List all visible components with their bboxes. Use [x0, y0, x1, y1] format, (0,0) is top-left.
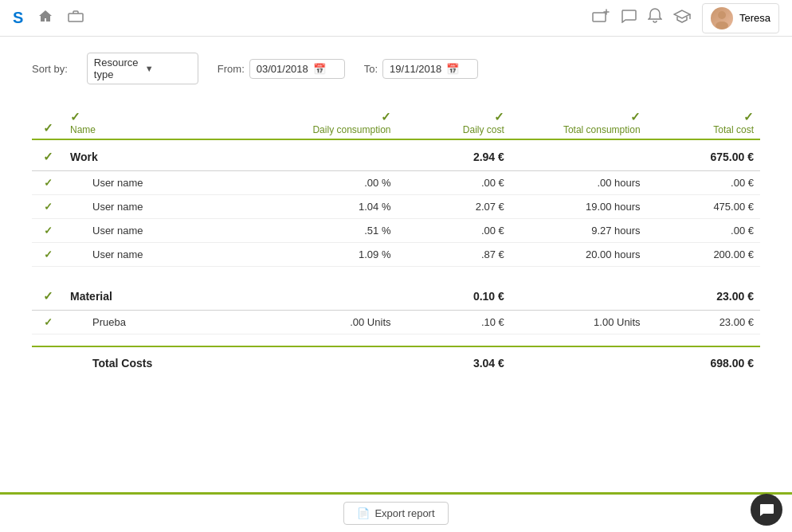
total-daily-consumption-cell — [268, 346, 397, 379]
sub-daily-cost-cell: .00 € — [398, 219, 511, 243]
group-check-cell: ✓ — [32, 139, 64, 171]
group-daily-cost-cell: 2.94 € — [398, 139, 511, 171]
svg-point-3 — [718, 11, 726, 19]
skype-icon[interactable]: S — [13, 9, 23, 27]
svg-rect-1 — [593, 13, 606, 22]
group-total-cost-cell: 675.00 € — [647, 139, 760, 171]
total-daily-cost-cell: 3.04 € — [398, 346, 511, 379]
export-icon: 📄 — [357, 507, 370, 519]
sub-daily-cost-cell: 2.07 € — [398, 195, 511, 219]
sort-by-label: Sort by: — [32, 63, 68, 75]
sub-check-cell: ✓ — [32, 219, 64, 243]
sort-by-select[interactable]: Resource type ▼ — [87, 53, 198, 84]
sub-name-cell: User name — [64, 195, 268, 219]
sub-daily-consumption-cell: .00 Units — [268, 310, 397, 334]
export-report-button[interactable]: 📄 Export report — [343, 502, 448, 525]
nav-right: Teresa — [592, 3, 779, 33]
user-menu-button[interactable]: Teresa — [702, 3, 779, 33]
spacer-row — [32, 267, 760, 280]
table-row: ✓ User name 1.04 % 2.07 € 19.00 hours 47… — [32, 195, 760, 219]
bell-icon[interactable] — [648, 8, 662, 28]
group-total-consumption-cell — [511, 139, 647, 171]
sub-total-consumption-cell: 20.00 hours — [511, 243, 647, 267]
total-row: Total Costs 3.04 € 698.00 € — [32, 346, 760, 379]
cost-table: ✓ ✓ Name ✓ Daily consumption ✓ Daily cos… — [32, 107, 760, 379]
sub-name-cell: User name — [64, 243, 268, 267]
sub-daily-cost-cell: .10 € — [398, 310, 511, 334]
svg-rect-0 — [69, 14, 83, 22]
table-row: ✓ Prueba .00 Units .10 € 1.00 Units 23.0… — [32, 310, 760, 334]
table-header-row: ✓ ✓ Name ✓ Daily consumption ✓ Daily cos… — [32, 107, 760, 139]
total-cost-col-header: ✓ Total cost — [647, 107, 760, 139]
top-navigation: S Teresa — [0, 0, 792, 37]
main-content: Sort by: Resource type ▼ From: 03/01/201… — [0, 37, 792, 395]
chat-icon[interactable] — [621, 9, 637, 27]
group-row-work: ✓ Work 2.94 € 675.00 € — [32, 139, 760, 171]
total-consumption-col-header: ✓ Total consumption — [511, 107, 647, 139]
sub-check-icon: ✓ — [44, 201, 53, 213]
sub-total-cost-cell: .00 € — [647, 171, 760, 195]
table-row: ✓ User name 1.09 % .87 € 20.00 hours 200… — [32, 243, 760, 267]
graduation-cap-icon[interactable] — [673, 9, 691, 27]
user-name-label: Teresa — [739, 12, 770, 24]
to-calendar-icon[interactable]: 📅 — [446, 63, 471, 75]
sub-total-cost-cell: 475.00 € — [647, 195, 760, 219]
briefcase-icon[interactable] — [68, 10, 84, 26]
table-row: ✓ User name .00 % .00 € .00 hours .00 € — [32, 171, 760, 195]
to-date-input[interactable]: 19/11/2018 📅 — [382, 59, 478, 79]
svg-point-4 — [716, 22, 728, 29]
group-check-icon: ✓ — [43, 150, 53, 163]
group-check-cell: ✓ — [32, 280, 64, 311]
sub-total-cost-cell: .00 € — [647, 219, 760, 243]
home-icon[interactable] — [37, 9, 53, 27]
bottom-bar: 📄 Export report — [0, 492, 792, 532]
chat-bubble-button[interactable] — [751, 494, 782, 526]
add-resource-icon[interactable] — [592, 9, 610, 27]
sub-total-consumption-cell: 1.00 Units — [511, 310, 647, 334]
table-row: ✓ User name .51 % .00 € 9.27 hours .00 € — [32, 219, 760, 243]
nav-left: S — [13, 9, 84, 27]
sub-check-icon: ✓ — [44, 248, 53, 260]
spacer-row — [32, 334, 760, 346]
total-cost-cell: 698.00 € — [647, 346, 760, 379]
group-total-consumption-cell — [511, 280, 647, 311]
sub-daily-cost-cell: .00 € — [398, 171, 511, 195]
header-check-icon: ✓ — [43, 121, 53, 135]
sub-check-cell: ✓ — [32, 171, 64, 195]
from-date-wrap: From: 03/01/2018 📅 — [218, 59, 345, 79]
group-name-cell: Material — [64, 280, 268, 311]
sub-check-cell: ✓ — [32, 243, 64, 267]
sub-daily-consumption-cell: 1.04 % — [268, 195, 397, 219]
from-calendar-icon[interactable]: 📅 — [313, 63, 338, 75]
group-daily-consumption-cell — [268, 280, 397, 311]
avatar — [711, 7, 733, 29]
sub-total-cost-cell: 23.00 € — [647, 310, 760, 334]
from-date-input[interactable]: 03/01/2018 📅 — [249, 59, 345, 79]
group-total-cost-cell: 23.00 € — [647, 280, 760, 311]
sub-name-cell: Prueba — [64, 310, 268, 334]
sub-name-cell: User name — [64, 171, 268, 195]
total-label-cell: Total Costs — [64, 346, 268, 379]
sub-check-cell: ✓ — [32, 310, 64, 334]
sub-check-icon: ✓ — [44, 316, 53, 328]
from-date-value: 03/01/2018 — [257, 63, 308, 75]
sort-by-value: Resource type — [94, 57, 140, 80]
to-date-value: 19/11/2018 — [390, 63, 441, 75]
sub-total-cost-cell: 200.00 € — [647, 243, 760, 267]
from-label: From: — [218, 63, 245, 75]
sub-name-cell: User name — [64, 219, 268, 243]
chat-bubble-icon — [759, 502, 774, 518]
sub-daily-cost-cell: .87 € — [398, 243, 511, 267]
sub-daily-consumption-cell: .00 % — [268, 171, 397, 195]
sub-total-consumption-cell: .00 hours — [511, 171, 647, 195]
total-check-cell — [32, 346, 64, 379]
sub-check-icon: ✓ — [44, 225, 53, 237]
sub-total-consumption-cell: 9.27 hours — [511, 219, 647, 243]
sub-check-icon: ✓ — [44, 177, 53, 189]
filter-bar: Sort by: Resource type ▼ From: 03/01/201… — [32, 53, 760, 84]
group-daily-cost-cell: 0.10 € — [398, 280, 511, 311]
sub-daily-consumption-cell: 1.09 % — [268, 243, 397, 267]
sub-check-cell: ✓ — [32, 195, 64, 219]
total-consumption-cell — [511, 346, 647, 379]
group-name-cell: Work — [64, 139, 268, 171]
